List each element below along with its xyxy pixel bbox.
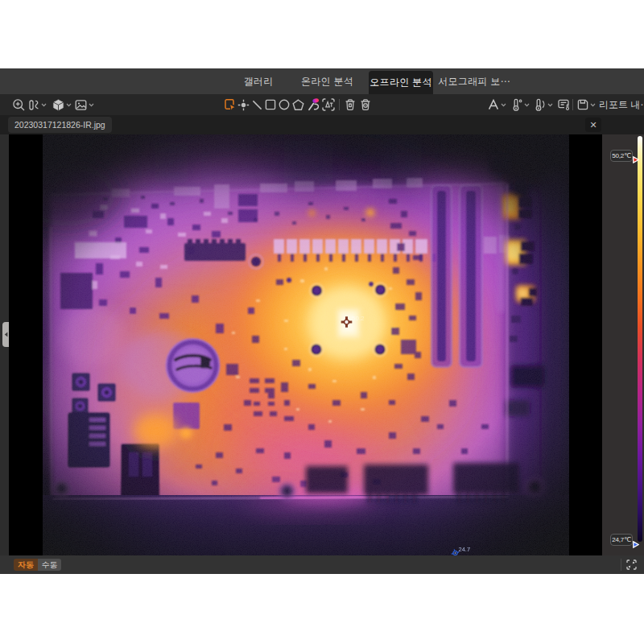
text-style-caret-icon[interactable] [501, 94, 506, 115]
save-icon[interactable] [576, 94, 589, 115]
tab-gallery[interactable]: 갤러리 [233, 68, 283, 94]
fullscreen-icon[interactable] [625, 559, 638, 571]
toolbar-divider-2 [572, 99, 573, 110]
temp-unit-icon[interactable] [510, 94, 523, 115]
main-tab-bar: 갤러리 온라인 분석 오프라인 분석 서모그래피 보⋯ [0, 68, 644, 94]
hot-spot-value: 50.2 [352, 315, 365, 322]
zoom-icon[interactable] [12, 94, 26, 115]
toolbar-divider-1 [339, 99, 340, 110]
rect-tool-icon[interactable] [264, 94, 277, 115]
temp-range-icon[interactable] [533, 94, 547, 115]
tab-online-analysis[interactable]: 온라인 분석 [293, 68, 361, 94]
scale-min-marker-icon[interactable] [633, 537, 639, 544]
status-bar: 자동 수동 [0, 555, 644, 574]
toolbar: 리포트 내⋯ [0, 94, 644, 115]
ai-wand-icon[interactable] [307, 94, 321, 115]
scale-max-label[interactable]: 50,2℃ [610, 150, 633, 162]
auto-mode-button[interactable]: 자동 [14, 559, 38, 571]
delete-icon[interactable] [344, 94, 357, 115]
file-close-icon[interactable]: ✕ [585, 118, 601, 132]
spot-meter-icon[interactable] [237, 94, 250, 115]
scale-mode-toggle: 자동 수동 [14, 559, 61, 571]
manual-mode-button[interactable]: 수동 [38, 559, 61, 571]
circle-tool-icon[interactable] [278, 94, 291, 115]
sidebar-collapse-handle[interactable] [2, 322, 9, 347]
cold-spot-value: 24.7 [459, 546, 471, 553]
tab-offline-analysis[interactable]: 오프라인 분석 [369, 71, 433, 94]
line-tool-icon[interactable] [251, 94, 263, 115]
file-tab-row: 20230317121826-IR.jpg ✕ [0, 115, 644, 134]
palette-icon[interactable] [27, 94, 41, 115]
palette-caret-icon[interactable] [41, 94, 47, 115]
delta-t-icon[interactable] [321, 94, 336, 115]
color-scale-bar[interactable] [638, 136, 642, 542]
app-window: 갤러리 온라인 분석 오프라인 분석 서모그래피 보⋯ [0, 0, 644, 644]
scale-max-marker-icon[interactable] [633, 152, 639, 159]
thermal-image[interactable]: 50.2 24.7 [43, 134, 569, 555]
scale-min-label[interactable]: 24,7℃ [610, 534, 633, 546]
report-export-button[interactable]: 리포트 내⋯ [599, 94, 644, 115]
select-annotation-icon[interactable] [223, 94, 236, 115]
temp-range-caret-icon[interactable] [547, 94, 553, 115]
image-viewer: 50.2 24.7 50,2℃ 24,7℃ [0, 134, 644, 555]
image-icon[interactable] [74, 94, 88, 115]
status-bar-divider [621, 559, 621, 571]
top-whitespace [0, 0, 644, 68]
tab-thermography-report[interactable]: 서모그래피 보⋯ [436, 68, 513, 94]
temperature-scale-panel: 50,2℃ 24,7℃ [602, 134, 644, 555]
text-style-icon[interactable] [487, 94, 500, 115]
image-caret-icon[interactable] [89, 94, 94, 115]
parameters-icon[interactable] [556, 94, 571, 115]
bottom-whitespace [0, 574, 644, 644]
delete-all-icon[interactable] [359, 94, 372, 115]
cube-3d-icon[interactable] [52, 94, 65, 115]
save-caret-icon[interactable] [590, 94, 596, 115]
polygon-tool-icon[interactable] [291, 94, 305, 115]
temp-unit-caret-icon[interactable] [524, 94, 530, 115]
file-tab[interactable]: 20230317121826-IR.jpg [8, 117, 112, 133]
cube-caret-icon[interactable] [66, 94, 72, 115]
